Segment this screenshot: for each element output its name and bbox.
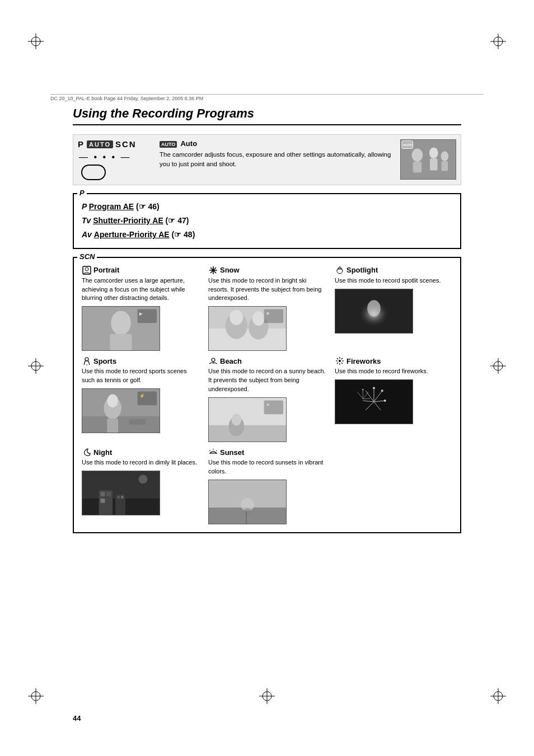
svg-point-95 (139, 475, 148, 484)
svg-point-42 (252, 312, 265, 326)
scn-desc-sunset: Use this mode to record sunsets in vibra… (208, 458, 326, 476)
svg-text:☀: ☀ (266, 403, 270, 408)
svg-rect-34 (138, 309, 157, 323)
scn-title-sports: Sports (82, 356, 199, 365)
svg-text:❄: ❄ (266, 312, 270, 317)
p-ref-1: (☞ 46) (134, 202, 160, 211)
svg-point-20 (412, 148, 423, 162)
scn-item-snow: Snow Use this mode to record in bright s… (208, 266, 326, 351)
scn-image-night (82, 471, 160, 515)
scn-grid: Portrait The camcorder uses a large aper… (82, 266, 452, 525)
p-item-3: Av Aperture-Priority AE (☞ 48) (82, 228, 452, 242)
header-line: DC 20_10_PAL-E.book Page 44 Friday, Sept… (50, 94, 484, 101)
p-ref-3: (☞ 48) (170, 230, 195, 239)
sunset-icon (208, 448, 218, 457)
svg-rect-21 (413, 162, 422, 173)
p-section: P P Program AE (☞ 46) Tv Shutter-Priorit… (73, 193, 461, 249)
p-prefix-3: Av (82, 230, 94, 239)
page-number: 44 (73, 714, 81, 722)
svg-point-49 (367, 300, 381, 317)
p-item-1: P Program AE (☞ 46) (82, 200, 452, 214)
reg-mark-tr (490, 34, 506, 51)
svg-line-73 (337, 358, 338, 359)
scn-title-night-text: Night (93, 448, 112, 457)
svg-point-87 (384, 400, 386, 402)
auto-description: AUTO Auto The camcorder adjusts focus, e… (160, 139, 394, 170)
scn-title-fireworks-text: Fireworks (346, 357, 381, 365)
page-title: Using the Recording Programs (73, 106, 461, 125)
scn-title-sports-text: Sports (93, 357, 116, 365)
scn-title-sunset-text: Sunset (220, 448, 244, 457)
dial-scn-label: SCN (115, 139, 137, 149)
scn-desc-sports: Use this mode to record sports scenes su… (82, 367, 199, 385)
p-item-2: Tv Shutter-Priority AE (☞ 47) (82, 214, 452, 228)
svg-rect-97 (101, 492, 105, 496)
p-section-label: P (77, 189, 87, 197)
svg-line-75 (341, 358, 343, 359)
scn-desc-night: Use this mode to record in dimly lit pla… (82, 458, 199, 467)
scn-image-snow: ❄ (208, 306, 287, 351)
scn-title-night: Night (82, 448, 199, 457)
reg-mark-bc (259, 688, 275, 706)
scn-image-beach: ☀ (208, 397, 287, 442)
scn-section-label: SCN (77, 252, 97, 261)
scn-item-night: Night Use this mode to record in dimly l… (82, 448, 199, 524)
scn-title-snow: Snow (208, 266, 326, 275)
auto-dial: P AUTO SCN — • • • — (78, 139, 151, 180)
svg-point-29 (85, 267, 88, 271)
dial-p-label: P (78, 139, 85, 149)
scn-image-sunset (208, 480, 287, 524)
scn-desc-spotlight: Use this mode to record spotlit scenes. (335, 276, 452, 285)
svg-point-85 (373, 387, 375, 389)
svg-point-86 (381, 390, 383, 392)
scn-title-fireworks: Fireworks (335, 356, 452, 365)
scn-item-sunset: Sunset Use this mode to record sunsets i… (208, 448, 326, 524)
scn-item-empty (335, 448, 452, 524)
scn-desc-fireworks: Use this mode to record fireworks. (335, 367, 452, 376)
svg-line-76 (337, 363, 338, 364)
p-text-3: Aperture-Priority AE (94, 230, 170, 239)
scn-title-portrait: Portrait (82, 266, 199, 275)
reg-mark-tl (28, 34, 44, 51)
svg-point-68 (339, 360, 341, 362)
svg-point-40 (229, 310, 243, 326)
auto-section: P AUTO SCN — • • • — AUTO Auto The camco… (73, 134, 461, 185)
svg-line-74 (341, 363, 343, 364)
svg-rect-100 (115, 494, 125, 515)
auto-title: AUTO Auto (160, 139, 394, 148)
dial-dots: — • • • — (79, 152, 151, 162)
scn-item-spotlight: Spotlight Use this mode to record spotli… (335, 266, 452, 351)
svg-point-50 (85, 358, 88, 361)
svg-point-92 (362, 389, 364, 391)
svg-rect-23 (430, 158, 438, 171)
scn-desc-snow: Use this mode to record in bright ski re… (208, 276, 326, 303)
scn-image-fireworks (335, 379, 413, 424)
scn-desc-portrait: The camcorder uses a large aperture, ach… (82, 276, 199, 303)
scn-image-spotlight (335, 289, 413, 334)
main-content: Using the Recording Programs P AUTO SCN … (73, 106, 461, 533)
svg-point-54 (107, 395, 118, 408)
svg-rect-62 (209, 425, 286, 442)
header-text: DC 20_10_PAL-E.book Page 44 Friday, Sept… (50, 96, 203, 101)
page-wrapper: DC 20_10_PAL-E.book Page 44 Friday, Sept… (0, 0, 534, 756)
scn-title-portrait-text: Portrait (93, 266, 119, 274)
spotlight-icon (335, 266, 345, 275)
p-ref-2: (☞ 47) (163, 216, 189, 225)
svg-rect-56 (129, 419, 146, 425)
svg-rect-25 (442, 161, 448, 171)
scn-title-beach: Beach (208, 356, 326, 365)
svg-rect-52 (82, 416, 160, 433)
p-prefix-1: P (82, 202, 89, 211)
scn-title-beach-text: Beach (220, 357, 242, 365)
reg-mark-mr (490, 358, 506, 375)
svg-text:⚡: ⚡ (139, 393, 145, 399)
sports-icon (82, 356, 92, 365)
svg-text:AUTO: AUTO (403, 143, 413, 147)
svg-rect-55 (107, 419, 118, 433)
svg-point-22 (429, 147, 438, 158)
svg-point-59 (212, 358, 215, 361)
dial-auto-label: AUTO (87, 140, 113, 148)
p-text-2: Shutter-Priority AE (93, 216, 163, 225)
svg-point-24 (441, 151, 449, 161)
dial-circle (81, 165, 106, 180)
